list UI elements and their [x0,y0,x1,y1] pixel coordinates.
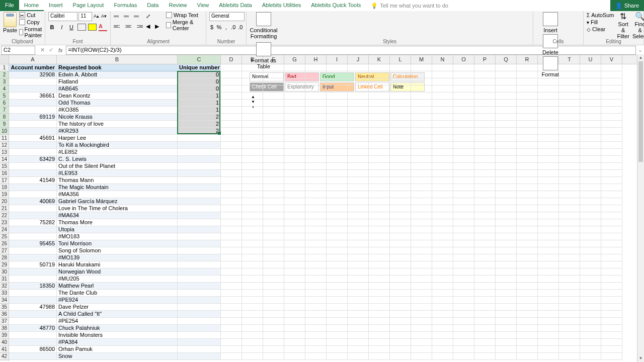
row-header-33[interactable]: 33 [0,290,9,297]
cell-T39[interactable] [559,332,580,339]
cell-B16[interactable]: #LE953 [57,170,178,177]
cell-L32[interactable] [390,283,411,290]
cell-U7[interactable] [580,107,601,114]
cell-S9[interactable] [538,121,559,128]
cell-A20[interactable]: 40069 [9,198,57,205]
cell-D17[interactable] [221,177,242,184]
cell-O8[interactable] [453,114,474,121]
cell-E14[interactable] [242,156,263,163]
cell-E39[interactable] [242,332,263,339]
cell-U29[interactable] [580,261,601,268]
cell-P26[interactable] [474,240,496,247]
cell-N19[interactable] [432,191,453,198]
cell-M32[interactable] [411,283,432,290]
cell-C15[interactable] [178,163,221,170]
cell-N27[interactable] [432,247,453,254]
cell-L27[interactable] [390,247,411,254]
cell-V20[interactable] [601,198,622,205]
cell-P23[interactable] [474,219,496,226]
cell-C8[interactable]: 2 [178,114,221,121]
cell-B14[interactable]: C. S. Lewis [57,156,178,163]
row-header-2[interactable]: 2 [0,71,9,78]
copy-button[interactable]: Copy [19,19,44,25]
cell-J28[interactable] [348,254,369,261]
cell-N14[interactable] [432,156,453,163]
fx-icon[interactable]: fx [58,47,63,53]
cell-I11[interactable] [327,135,348,142]
cell-G33[interactable] [284,290,305,297]
row-header-17[interactable]: 17 [0,177,9,184]
cell-Q14[interactable] [496,156,517,163]
cell-F11[interactable] [263,135,284,142]
cell-B36[interactable]: A Child Called "It" [57,311,178,318]
cell-T21[interactable] [559,205,580,212]
cell-G28[interactable] [284,254,305,261]
cell-S26[interactable] [538,240,559,247]
cell-Q23[interactable] [496,219,517,226]
cell-S4[interactable] [538,85,559,93]
cell-G29[interactable] [284,261,305,268]
cell-U22[interactable] [580,212,601,219]
cell-O42[interactable] [453,353,474,360]
cell-S33[interactable] [538,290,559,297]
cell-K14[interactable] [369,156,390,163]
cell-E2[interactable] [242,71,263,78]
cell-P25[interactable] [474,233,496,240]
cell-C23[interactable] [178,219,221,226]
cell-I17[interactable] [327,177,348,184]
cell-M27[interactable] [411,247,432,254]
cell-H1[interactable] [305,64,327,71]
cell-O1[interactable] [453,64,474,71]
cell-H20[interactable] [305,198,327,205]
cell-H7[interactable] [305,107,327,114]
cell-D24[interactable] [221,226,242,233]
cell-V30[interactable] [601,268,622,276]
cell-A27[interactable] [9,247,57,254]
cell-S23[interactable] [538,219,559,226]
cell-D21[interactable] [221,205,242,212]
cell-C28[interactable] [178,254,221,261]
cell-J30[interactable] [348,268,369,276]
cell-C34[interactable] [178,297,221,304]
cell-C11[interactable] [178,135,221,142]
cell-J17[interactable] [348,177,369,184]
cell-Q22[interactable] [496,212,517,219]
cell-S21[interactable] [538,205,559,212]
tab-page-layout[interactable]: Page Layout [68,0,109,11]
cell-Q29[interactable] [496,261,517,268]
cell-J3[interactable] [348,78,369,85]
cell-O24[interactable] [453,226,474,233]
cell-O41[interactable] [453,346,474,353]
cell-P27[interactable] [474,247,496,254]
cell-F4[interactable] [263,85,284,93]
cell-I5[interactable] [327,93,348,100]
cell-B33[interactable]: The Dante Club [57,290,178,297]
cell-V38[interactable] [601,325,622,332]
cell-S39[interactable] [538,332,559,339]
column-header-K[interactable]: K [369,55,390,64]
row-header-14[interactable]: 14 [0,156,9,163]
cell-V37[interactable] [601,318,622,325]
cell-R29[interactable] [517,261,538,268]
cell-F30[interactable] [263,268,284,276]
cell-L14[interactable] [390,156,411,163]
cell-R3[interactable] [517,78,538,85]
cell-N41[interactable] [432,346,453,353]
cell-H6[interactable] [305,100,327,107]
cell-F34[interactable] [263,297,284,304]
cell-Q33[interactable] [496,290,517,297]
cell-N39[interactable] [432,332,453,339]
cell-T12[interactable] [559,142,580,149]
cell-C7[interactable]: 1 [178,107,221,114]
cell-Q19[interactable] [496,191,517,198]
sort-filter-button[interactable]: ⇅Sort & Filter [617,12,629,39]
row-header-25[interactable]: 25 [0,233,9,240]
cell-A21[interactable] [9,205,57,212]
cell-K31[interactable] [369,276,390,283]
cell-R10[interactable] [517,128,538,135]
cell-B39[interactable]: Invisible Monsters [57,332,178,339]
cell-A38[interactable]: 48770 [9,325,57,332]
cell-N31[interactable] [432,276,453,283]
cell-E12[interactable] [242,142,263,149]
cell-D18[interactable] [221,184,242,191]
